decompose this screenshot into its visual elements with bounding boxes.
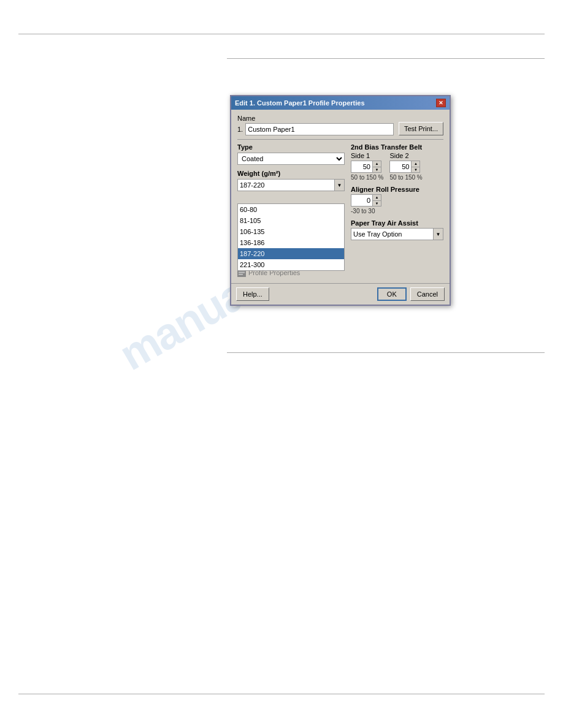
bias-side2: Side 2 50 ▲ ▼ 50 to 150 % [389,152,422,181]
cancel-button[interactable]: Cancel [410,287,445,301]
section-divider [237,139,443,140]
air-assist-arrow[interactable]: ▼ [433,229,443,240]
name-input[interactable] [245,123,394,135]
svg-rect-2 [239,272,245,273]
weight-option-136-186[interactable]: 136-186 [238,237,344,248]
weight-label: Weight (g/m²) [237,170,345,177]
test-print-button[interactable]: Test Print... [399,122,443,135]
bias-side2-spinner[interactable]: 50 ▲ ▼ [389,161,420,173]
name-label: Name [237,115,394,122]
bias-side2-value: 50 [390,161,411,173]
bias-sides: Side 1 50 ▲ ▼ 50 to 150 % [351,152,443,181]
air-assist-value: Use Tray Option [351,228,433,240]
type-select[interactable]: Coated [238,153,344,164]
aligner-down[interactable]: ▼ [373,201,381,207]
main-content: Type Coated Weight (g/m²) 187-220 ▼ 60-8 [237,143,443,277]
bias-side1-label: Side 1 [351,152,383,159]
bias-side2-range: 50 to 150 % [389,174,422,181]
weight-option-187-220[interactable]: 187-220 [238,248,344,259]
dialog-title: Edit 1. Custom Paper1 Profile Properties [235,99,365,107]
top-rule [18,34,545,34]
bias-side2-label: Side 2 [389,152,422,159]
bias-side1-spinner-btns: ▲ ▼ [372,161,381,172]
weight-option-81-105[interactable]: 81-105 [238,215,344,226]
bias-side2-spinner-btns: ▲ ▼ [411,161,419,172]
weight-dropdown-header[interactable]: 187-220 ▼ [237,179,345,191]
aligner-title: Aligner Roll Pressure [351,186,443,193]
footer-right-buttons: OK Cancel [377,287,445,301]
close-button[interactable]: ✕ [436,99,446,107]
dialog-footer: Help... OK Cancel [231,283,450,305]
bias-side1-spinner[interactable]: 50 ▲ ▼ [351,161,381,173]
bias-side1-up[interactable]: ▲ [373,161,381,167]
aligner-value: 0 [351,194,372,207]
ok-button[interactable]: OK [377,287,407,301]
weight-option-60-80[interactable]: 60-80 [238,204,344,215]
bias-side1: Side 1 50 ▲ ▼ 50 to 150 % [351,152,383,181]
right-column: 2nd Bias Transfer Belt Side 1 50 ▲ ▼ [351,143,443,277]
weight-option-221-300[interactable]: 221-300 [238,259,344,270]
mid-bottom-rule [227,352,545,353]
aligner-spinner-btns: ▲ ▼ [372,195,381,206]
weight-dropdown-list: 60-80 81-105 106-135 136-186 187-220 221… [237,203,345,271]
left-column: Type Coated Weight (g/m²) 187-220 ▼ 60-8 [237,143,345,277]
help-button[interactable]: Help... [236,287,269,301]
bias-section: 2nd Bias Transfer Belt Side 1 50 ▲ ▼ [351,143,443,181]
aligner-section: Aligner Roll Pressure 0 ▲ ▼ -30 to 30 [351,186,443,214]
bias-side1-down[interactable]: ▼ [373,167,381,173]
aligner-up[interactable]: ▲ [373,195,381,201]
bias-side2-down[interactable]: ▼ [412,167,419,173]
air-assist-title: Paper Tray Air Assist [351,219,443,227]
bias-side1-value: 50 [351,161,372,173]
dialog-window: Edit 1. Custom Paper1 Profile Properties… [230,95,451,306]
dialog-titlebar: Edit 1. Custom Paper1 Profile Properties… [231,96,450,110]
name-prefix: 1. [237,126,243,133]
air-assist-dropdown[interactable]: Use Tray Option ▼ [351,228,443,240]
bottom-rule [18,694,545,694]
weight-option-106-135[interactable]: 106-135 [238,226,344,237]
weight-section: 187-220 ▼ 60-80 81-105 106-135 136-186 1… [237,179,345,264]
aligner-spinner[interactable]: 0 ▲ ▼ [351,194,381,207]
mid-top-rule [227,58,545,59]
svg-rect-3 [239,274,243,275]
bias-side1-range: 50 to 150 % [351,174,383,181]
air-assist-section: Paper Tray Air Assist Use Tray Option ▼ [351,219,443,240]
weight-value: 187-220 [238,179,334,191]
bias-side2-up[interactable]: ▲ [412,161,419,167]
dialog-body: Name 1. Test Print... Type Coated [231,110,450,283]
type-dropdown[interactable]: Coated [237,153,345,165]
type-label: Type [237,143,345,151]
bias-title: 2nd Bias Transfer Belt [351,143,443,151]
aligner-range: -30 to 30 [351,208,443,214]
weight-dropdown-arrow[interactable]: ▼ [334,180,344,191]
